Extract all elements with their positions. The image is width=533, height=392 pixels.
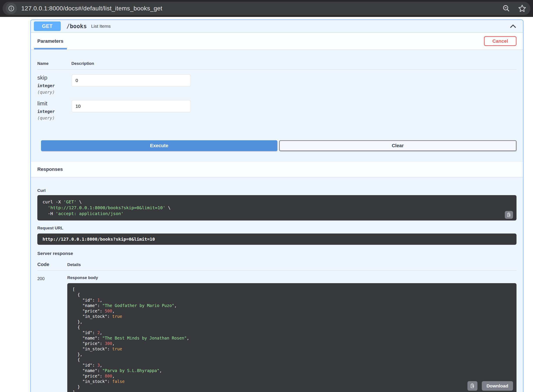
info-icon [8,5,15,12]
request-url-value: http://127.0.0.1:8000/books?skip=0&limit… [43,237,155,242]
param-row-skip: skip integer (query) [37,74,517,94]
method-badge: GET [34,21,61,31]
curl-label: Curl [37,188,517,193]
collapse-button[interactable] [509,24,517,28]
param-name: skip [37,74,71,81]
response-body-block: [ { "id": 1, "name": "The Godfather by M… [67,283,517,392]
param-skip-input[interactable] [71,74,191,87]
copy-response-button[interactable] [467,381,477,391]
param-type: integer [37,109,71,114]
param-location: (query) [37,116,71,120]
code-header: Code [37,262,67,267]
param-name: limit [37,100,71,107]
param-location: (query) [37,90,71,94]
param-type: integer [37,83,71,88]
response-body-label: Response body [67,275,517,280]
url-text[interactable]: 127.0.0.1:8000/docs#/default/list_items_… [21,5,162,12]
bookmark-button[interactable] [518,4,527,13]
code-divider [37,270,517,271]
status-code: 200 [37,275,67,392]
try-out-header: Parameters Cancel [31,33,523,49]
zoom-out-button[interactable] [502,4,510,13]
url-bar[interactable]: 127.0.0.1:8000/docs#/default/list_items_… [3,2,530,15]
responses-heading: Responses [37,167,63,172]
endpoint-path: /books [67,23,87,29]
download-button[interactable]: Download [482,381,513,391]
response-row: 200 Response body [ { "id": 1, "name": "… [37,275,517,392]
clear-button[interactable]: Clear [279,140,517,151]
page-info-button[interactable] [6,3,17,14]
request-url-label: Request URL [37,226,517,230]
request-url-block: http://127.0.0.1:8000/books?skip=0&limit… [37,233,517,245]
parameters-name-header: Name [37,61,71,66]
response-body-json: [ { "id": 1, "name": "The Godfather by M… [72,287,511,392]
copy-curl-button[interactable] [505,211,513,219]
zoom-out-icon [502,4,510,13]
responses-header: Responses [31,162,523,177]
param-limit-input[interactable] [71,100,191,112]
curl-block: curl -X 'GET' \ 'http://127.0.0.1:8000/b… [37,195,517,220]
endpoint-summary[interactable]: GET /books List Items [31,20,523,33]
clipboard-icon [470,383,475,389]
code-details-header: Code Details [37,262,517,267]
execute-button[interactable]: Execute [41,140,277,151]
response-body-actions: Download [467,381,513,391]
clipboard-icon [507,212,511,217]
endpoint-description: List Items [91,24,111,29]
responses-body: Curl curl -X 'GET' \ 'http://127.0.0.1:8… [31,177,523,392]
browser-bar: 127.0.0.1:8000/docs#/default/list_items_… [0,0,533,17]
cancel-button[interactable]: Cancel [484,36,517,46]
collapse-icon [509,24,517,28]
server-response-label: Server response [37,251,517,256]
opblock-get-books: GET /books List Items Parameters Cancel … [30,19,523,392]
param-row-limit: limit integer (query) [37,100,517,120]
parameters-table: Name Description skip integer (query) li… [31,49,523,120]
tab-parameters[interactable]: Parameters [37,38,63,44]
curl-command: curl -X 'GET' \ 'http://127.0.0.1:8000/b… [43,199,511,217]
execute-row: Execute Clear [41,140,517,151]
parameters-description-header: Description [71,61,94,66]
star-icon [518,4,527,13]
tab-active-underline [34,48,67,49]
details-header: Details [67,262,81,267]
